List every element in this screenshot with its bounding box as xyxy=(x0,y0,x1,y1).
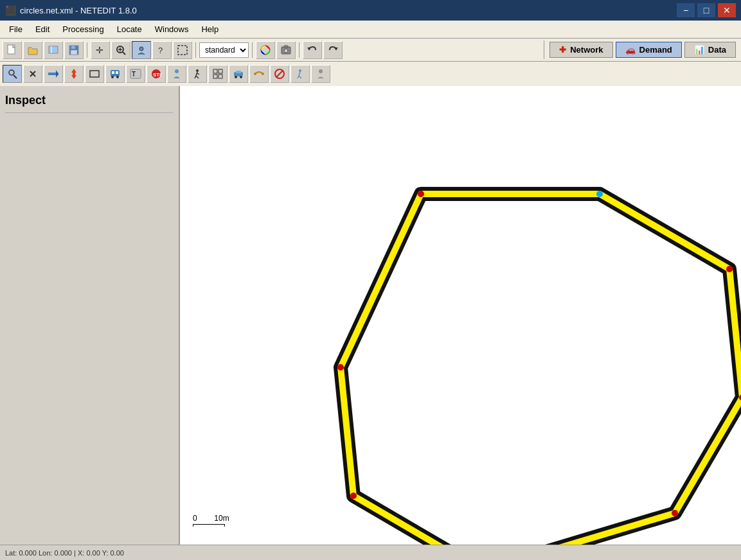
walk-mode-btn[interactable] xyxy=(188,65,207,83)
delete-btn[interactable]: ? xyxy=(152,41,172,59)
menu-windows[interactable]: Windows xyxy=(148,22,195,37)
main-layout: Inspect xyxy=(0,86,741,559)
open-button[interactable] xyxy=(23,41,42,59)
svg-line-41 xyxy=(196,76,199,78)
svg-rect-30 xyxy=(116,71,118,74)
network-tab[interactable]: ✚ Network xyxy=(549,42,612,58)
toolbar-section: ✛ ? standard simple xyxy=(0,40,544,60)
sidebar-title: Inspect xyxy=(5,91,174,113)
inspect-mode-btn[interactable] xyxy=(3,65,22,83)
prohibit-mode-btn[interactable] xyxy=(270,65,289,83)
rect-mode-btn[interactable] xyxy=(85,65,104,83)
grid-mode-btn[interactable] xyxy=(208,65,228,83)
svg-marker-24 xyxy=(71,69,76,73)
stop-mode-btn[interactable]: STO xyxy=(147,65,166,83)
move-mode-btn[interactable] xyxy=(64,65,84,83)
svg-rect-25 xyxy=(73,73,75,75)
header: File Edit Processing Locate Windows Help xyxy=(0,21,741,86)
svg-rect-4 xyxy=(71,46,75,49)
svg-line-58 xyxy=(299,76,301,78)
load-additionals-button[interactable] xyxy=(44,41,63,59)
color-button[interactable] xyxy=(256,41,275,59)
bus-mode-btn[interactable] xyxy=(105,65,125,83)
header-top: ✛ ? standard simple xyxy=(0,39,741,62)
svg-line-39 xyxy=(196,72,197,76)
canvas-area[interactable]: 0 10m xyxy=(180,86,741,559)
type-mode-btn[interactable]: T xyxy=(126,65,145,83)
scalebar-line xyxy=(193,524,225,527)
svg-text:✛: ✛ xyxy=(96,45,103,55)
zoom-button[interactable] xyxy=(111,41,130,59)
menu-file[interactable]: File xyxy=(3,22,29,37)
menu-edit[interactable]: Edit xyxy=(29,22,56,37)
svg-point-38 xyxy=(196,69,199,72)
svg-line-54 xyxy=(276,71,283,77)
svg-point-32 xyxy=(116,76,119,78)
svg-rect-48 xyxy=(236,71,241,73)
svg-point-50 xyxy=(240,76,242,78)
mode-tabs-section: ✚ Network 🚗 Demand 📊 Data xyxy=(544,40,741,59)
new-button[interactable] xyxy=(3,41,22,59)
view-select[interactable]: standard simple xyxy=(199,42,249,58)
header-bottom: T STO xyxy=(0,62,741,86)
edge-mode-btn[interactable] xyxy=(44,65,63,83)
maximize-button[interactable]: □ xyxy=(697,3,715,17)
svg-text:STO: STO xyxy=(153,72,162,78)
svg-point-63 xyxy=(418,191,424,197)
sep-3 xyxy=(252,42,253,58)
svg-rect-17 xyxy=(284,46,288,48)
svg-rect-43 xyxy=(213,69,217,73)
person-mode-btn[interactable] xyxy=(167,65,186,83)
svg-rect-1 xyxy=(49,46,58,53)
svg-marker-18 xyxy=(307,48,311,50)
close-button[interactable]: ✕ xyxy=(718,3,736,17)
statusbar: Lat: 0.000 Lon: 0.000 | X: 0.00 Y: 0.00 xyxy=(0,545,741,560)
network-icon: ✚ xyxy=(559,45,566,55)
svg-point-70 xyxy=(337,364,344,371)
menu-locate[interactable]: Locate xyxy=(111,22,148,37)
select-btn[interactable] xyxy=(173,41,192,59)
svg-rect-45 xyxy=(213,74,217,78)
screenshot-button[interactable] xyxy=(276,41,296,59)
minimize-button[interactable]: − xyxy=(677,3,695,17)
svg-point-65 xyxy=(726,266,733,272)
save-button[interactable] xyxy=(64,41,84,59)
menubar: File Edit Processing Locate Windows Help xyxy=(0,21,741,39)
car-mode-btn[interactable] xyxy=(229,65,248,83)
undo-button[interactable] xyxy=(303,41,322,59)
sep-1 xyxy=(87,42,87,58)
svg-point-64 xyxy=(596,191,603,197)
titlebar-controls: − □ ✕ xyxy=(677,3,736,17)
demand-tab[interactable]: 🚗 Demand xyxy=(616,42,682,58)
svg-point-52 xyxy=(262,73,264,75)
menu-processing[interactable]: Processing xyxy=(56,22,110,37)
status-text: Lat: 0.000 Lon: 0.000 | X: 0.00 Y: 0.00 xyxy=(5,549,124,557)
svg-text:T: T xyxy=(132,71,136,78)
scalebar-zero: 0 xyxy=(193,514,197,523)
svg-point-59 xyxy=(319,69,323,73)
svg-point-49 xyxy=(235,76,237,78)
sidebar: Inspect xyxy=(0,86,180,559)
svg-rect-5 xyxy=(71,50,77,55)
svg-rect-27 xyxy=(90,71,99,77)
svg-point-69 xyxy=(350,493,357,499)
move-view-button[interactable]: ✛ xyxy=(91,41,110,59)
inspect-btn[interactable] xyxy=(132,41,151,59)
connect-mode-btn[interactable] xyxy=(249,65,269,83)
svg-rect-13 xyxy=(178,46,187,55)
delete-mode-btn[interactable] xyxy=(23,65,42,83)
data-tab[interactable]: 📊 Data xyxy=(684,42,736,58)
titlebar: ⬛ circles.net.xml - NETEDIT 1.8.0 − □ ✕ xyxy=(0,0,741,21)
scalebar-label: 10m xyxy=(214,514,229,523)
svg-line-42 xyxy=(197,73,199,74)
svg-point-55 xyxy=(299,69,301,72)
app-icon: ⬛ xyxy=(5,5,16,15)
walk2-mode-btn[interactable] xyxy=(290,65,310,83)
svg-text:?: ? xyxy=(158,46,163,55)
svg-point-20 xyxy=(9,70,14,75)
sep-2 xyxy=(195,42,196,58)
menu-help[interactable]: Help xyxy=(195,22,225,37)
svg-point-16 xyxy=(284,49,288,53)
container-mode-btn[interactable] xyxy=(311,65,330,83)
redo-button[interactable] xyxy=(323,41,343,59)
